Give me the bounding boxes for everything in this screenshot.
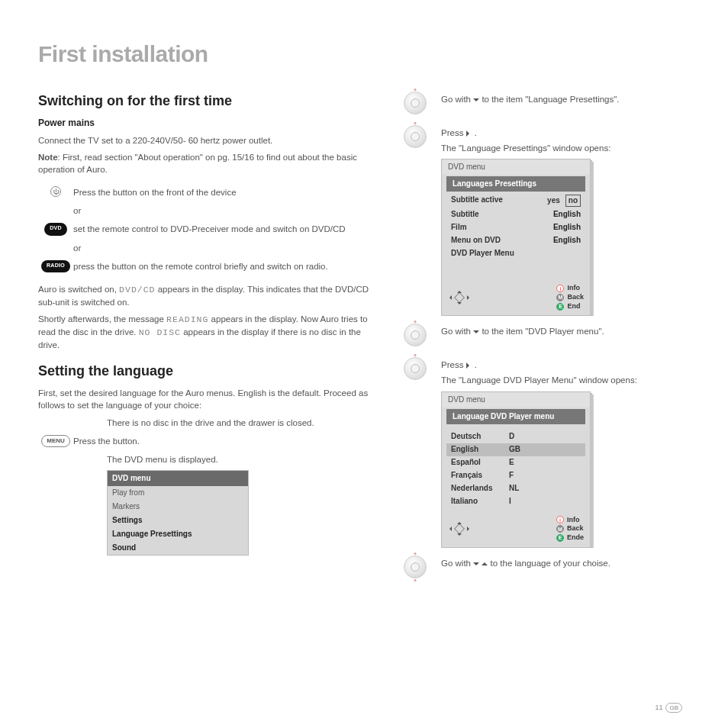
arrow-right-icon <box>466 130 472 137</box>
note-paragraph: Note: First, read section "About operati… <box>38 151 374 176</box>
menu-item: Sound <box>108 541 248 555</box>
selected-language-row: EnglishGB <box>446 443 585 456</box>
dvd-pill-icon: DVD <box>44 223 67 235</box>
menu-item: Markers <box>108 500 248 514</box>
heading-setting-language: Setting the language <box>38 362 374 381</box>
left-column: Switching on for the first time Power ma… <box>38 92 374 586</box>
arrow-down-icon <box>473 98 479 105</box>
arrow-right-icon <box>466 362 472 369</box>
paragraph: Auro is switched on, DVD/CD appears in t… <box>38 283 374 308</box>
lcd-text: NO DISC <box>139 327 181 337</box>
heading-power-mains: Power mains <box>38 117 374 130</box>
step-row: DVD set the remote control to DVD-Precei… <box>38 223 374 235</box>
step-row: RADIO press the button on the remote con… <box>38 260 374 272</box>
language-dvd-player-box: DVD menu Language DVD Player menu Deutsc… <box>441 391 594 548</box>
heading-switching-on: Switching on for the first time <box>38 92 374 111</box>
dvd-menu-box: DVD menu Play from Markers Settings Lang… <box>107 470 249 556</box>
dial-icon <box>404 324 427 346</box>
arrow-up-icon <box>482 559 488 565</box>
dial-icon <box>404 92 427 114</box>
dial-icon <box>404 357 427 380</box>
paragraph: There is no disc in the drive and the dr… <box>107 417 374 429</box>
step-row: ⏻ Press the button on the front of the d… <box>38 186 374 198</box>
back-badge-icon: M <box>556 294 564 301</box>
dial-icon <box>404 556 427 578</box>
info-badge-icon: i <box>556 285 564 292</box>
arrow-down-icon <box>473 562 479 569</box>
paragraph: First, set the desired language for the … <box>38 387 374 411</box>
menu-item: Play from <box>108 486 248 500</box>
radio-pill-icon: RADIO <box>41 260 70 272</box>
paragraph: Connect the TV set to a 220-240V/50- 60 … <box>38 134 374 147</box>
menu-item: Language Presettings <box>108 527 248 541</box>
lcd-text: READING <box>166 314 208 324</box>
step-row: MENU Press the button. <box>38 435 374 447</box>
nav-diamond-icon <box>448 289 471 306</box>
menu-item: Settings <box>108 514 248 527</box>
region-badge: GB <box>665 703 682 713</box>
nav-diamond-icon <box>448 520 471 537</box>
menu-titlebar: DVD menu <box>108 471 248 486</box>
right-column: Go with to the item "Language Presetting… <box>397 92 682 586</box>
page-title: First installation <box>38 38 682 70</box>
paragraph: The DVD menu is displayed. <box>107 453 374 465</box>
end-badge-icon: E <box>556 534 564 542</box>
page-number: 11 GB <box>655 703 682 713</box>
end-badge-icon: E <box>556 303 564 311</box>
back-badge-icon: M <box>556 525 564 533</box>
power-icon: ⏻ <box>50 186 61 197</box>
menu-button-icon: MENU <box>41 435 70 447</box>
paragraph: Shortly afterwards, the message READING … <box>38 313 374 351</box>
lcd-text: DVD/CD <box>119 285 155 295</box>
language-presettings-box: DVD menu Languages Presettings Subtitle … <box>441 159 594 316</box>
arrow-down-icon <box>473 330 479 337</box>
dial-icon <box>404 125 427 148</box>
info-badge-icon: i <box>556 516 564 523</box>
